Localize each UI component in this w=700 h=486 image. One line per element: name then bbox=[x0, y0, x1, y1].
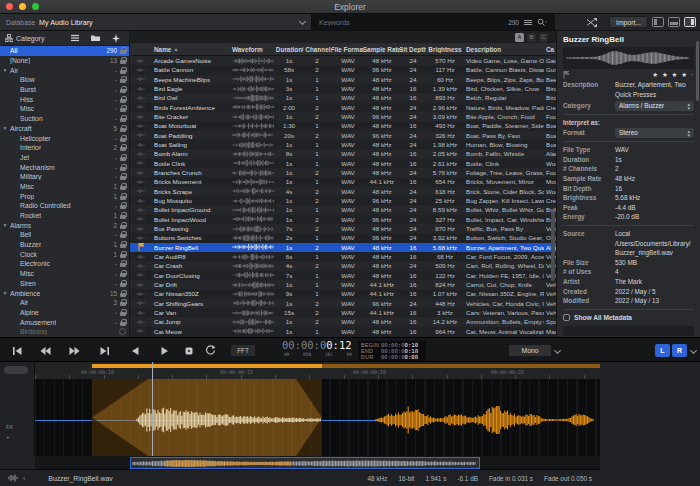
chevron-down-icon[interactable] bbox=[688, 344, 699, 357]
column-header-waveform[interactable]: Waveform bbox=[230, 46, 276, 53]
sidebar-item-helicopter[interactable]: Helicopter- bbox=[0, 133, 129, 143]
table-row[interactable]: Car Drift1s1WAV44.1 kHz16824 HzCarrot, C… bbox=[130, 280, 556, 289]
table-row[interactable]: Bricks Movement1s1WAV44.1 kHz16654 HzBri… bbox=[130, 177, 556, 186]
tab-a[interactable]: A bbox=[515, 33, 524, 42]
sidebar-item-misc[interactable]: Misc- bbox=[0, 104, 129, 114]
sidebar-item-suction[interactable]: Suction- bbox=[0, 114, 129, 124]
rewind-button[interactable] bbox=[36, 344, 54, 357]
table-row[interactable]: Cat Meow1s1WAV48 kHz16964 HzCat, Meow, A… bbox=[130, 327, 556, 336]
spark-view-icon[interactable] bbox=[112, 34, 120, 43]
right-channel-button[interactable]: R bbox=[672, 344, 687, 357]
skip-end-button[interactable] bbox=[96, 344, 114, 357]
expand-chevron-icon[interactable]: ▼ bbox=[0, 290, 10, 296]
table-row[interactable]: Bite Cracker1s2WAV96 kHz243.09 kHzBite A… bbox=[130, 112, 556, 121]
table-row[interactable]: Bullet ImpactGround1s1WAV48 kHz248.59 kH… bbox=[130, 205, 556, 214]
sidebar-item-misc[interactable]: Misc- bbox=[0, 269, 129, 279]
description-value[interactable]: Buzzer, Apartement, Two Quick Presses bbox=[615, 80, 694, 99]
table-row[interactable]: Battle Cannon58s2WAV96 kHz24117 HzBattle… bbox=[130, 65, 556, 74]
column-header-name[interactable]: Name▲ bbox=[152, 46, 230, 53]
channel-mode-select[interactable]: Mono bbox=[508, 344, 552, 357]
table-row[interactable]: Bus Passing7s2WAV48 kHz24870 HzTraffic, … bbox=[130, 224, 556, 233]
tab-b[interactable]: B bbox=[527, 33, 536, 42]
sidebar-item-clock[interactable]: Clock1 bbox=[0, 249, 129, 259]
sidebar-item-radio-controlled[interactable]: Radio Controlled- bbox=[0, 201, 129, 211]
sidebar-item-blow[interactable]: Blow- bbox=[0, 75, 129, 85]
table-row[interactable]: Branches Crunch1s2WAV48 kHz245.78 kHzFol… bbox=[130, 168, 556, 177]
sidebar-item-military[interactable]: Military- bbox=[0, 172, 129, 182]
table-row[interactable]: Car AudiR86s1WAV48 kHz1668 HzCar, Ford F… bbox=[130, 252, 556, 261]
sidebar-item-ambience[interactable]: ▼Ambience15 bbox=[0, 288, 129, 298]
table-row[interactable]: Car ShiftingGears1s2WAV96 kHz24448 HzVeh… bbox=[130, 299, 556, 308]
file-wave-icon[interactable] bbox=[8, 474, 18, 482]
timeline-ruler[interactable]: 00:00:00:10 00:00:00:15 00:00:00:20 00:0… bbox=[35, 362, 600, 379]
sidebar-item-amusement[interactable]: Amusement- bbox=[0, 317, 129, 327]
search-icon[interactable] bbox=[537, 18, 547, 27]
table-row[interactable]: Car Nissan350Z9s1WAV44.1 kHz161.07 kHzCa… bbox=[130, 289, 556, 298]
table-row[interactable]: Boat Sailing1s1WAV48 kHz241.98 kHzHuman,… bbox=[130, 140, 556, 149]
table-row[interactable]: Car DoorClosing7s1WAV48 kHz16122 HzCar, … bbox=[130, 271, 556, 280]
column-header-duration[interactable]: Duration bbox=[276, 46, 302, 53]
table-row[interactable]: Bottle Clink1s1WAV48 kHz162.61 kHzBottle… bbox=[130, 159, 556, 168]
table-row[interactable]: Boat Motorboat1:301WAV48 kHz16493 HzBoat… bbox=[130, 121, 556, 130]
expand-chevron-icon[interactable]: ▼ bbox=[0, 67, 10, 73]
tab-c[interactable]: C bbox=[539, 33, 548, 42]
fx-label[interactable]: FX bbox=[6, 424, 13, 430]
sidebar-item-burst[interactable]: Burst- bbox=[0, 85, 129, 95]
table-row[interactable]: Boat Paddling20s2WAV96 kHz24326 HzBoat, … bbox=[130, 131, 556, 140]
table-row[interactable]: Arcade GamesNoise1s2WAV48 kHz24570 HzVid… bbox=[130, 56, 556, 65]
play-reverse-button[interactable] bbox=[126, 344, 144, 357]
left-channel-button[interactable]: L bbox=[655, 344, 670, 357]
sidebar-item-mechanism[interactable]: Mechanism- bbox=[0, 162, 129, 172]
search-input[interactable] bbox=[319, 19, 503, 26]
sidebar-item-jet[interactable]: Jet- bbox=[0, 153, 129, 163]
waveform-canvas[interactable] bbox=[35, 379, 600, 456]
star-rating[interactable]: ★ ★ ★ ★ · bbox=[652, 71, 694, 79]
fft-button[interactable]: FFT bbox=[230, 344, 256, 357]
sidebar-item-bell[interactable]: Bell- bbox=[0, 230, 129, 240]
chevron-down-icon[interactable] bbox=[552, 344, 563, 357]
column-header-channels[interactable]: # Channels bbox=[302, 46, 332, 53]
zoom-control[interactable] bbox=[4, 366, 28, 374]
sidebar-item-air[interactable]: Air3 bbox=[0, 298, 129, 308]
table-row[interactable]: Bird Eagle3s1WAV48 kHz161.39 kHzBird, Ch… bbox=[130, 84, 556, 93]
sidebar-item-siren[interactable]: Siren- bbox=[0, 279, 129, 289]
playhead[interactable] bbox=[152, 362, 153, 456]
expand-chevron-icon[interactable]: ▼ bbox=[0, 125, 10, 131]
sidebar-item-birdsong[interactable]: Birdsong bbox=[0, 327, 129, 337]
column-header-description[interactable]: Description bbox=[464, 46, 544, 53]
table-row[interactable]: Buzzer RingBell1s2WAV48 kHz165.68 kHzBuz… bbox=[130, 243, 556, 252]
search-bar[interactable]: 290 bbox=[312, 14, 554, 30]
list-icon[interactable] bbox=[524, 19, 532, 26]
table-scrollbar[interactable] bbox=[551, 61, 555, 331]
list-view-icon[interactable] bbox=[71, 34, 79, 43]
layout-bottom-icon[interactable] bbox=[668, 17, 680, 27]
collapse-icon[interactable]: ‹ bbox=[23, 475, 25, 482]
column-header-file-format[interactable]: File Format bbox=[332, 46, 364, 53]
skip-start-button[interactable] bbox=[8, 344, 26, 357]
sidebar-item-air[interactable]: ▼Air- bbox=[0, 65, 129, 75]
column-header-bit-depth[interactable]: Bit Depth bbox=[400, 46, 426, 53]
sidebar-item-alpine[interactable]: Alpine- bbox=[0, 308, 129, 318]
flag-icon[interactable] bbox=[563, 71, 570, 79]
table-row[interactable]: Buttons Switches2s1WAV96 kHz243.92 kHzBu… bbox=[130, 233, 556, 242]
table-row[interactable]: Car Crash4s2WAV48 kHz24509 HzCart, Roll,… bbox=[130, 261, 556, 270]
sidebar-item-prop[interactable]: Prop1 bbox=[0, 191, 129, 201]
layout-right-icon[interactable] bbox=[684, 17, 696, 27]
details-waveform-thumb[interactable] bbox=[563, 47, 694, 69]
sidebar-item-aircraft[interactable]: ▼Aircraft5 bbox=[0, 124, 129, 134]
table-row[interactable]: Cat Jump1s2WAV48 kHz1614.2 kHzAmmunition… bbox=[130, 317, 556, 326]
sidebar-item-alarms[interactable]: ▼Alarms2 bbox=[0, 220, 129, 230]
folder-view-icon[interactable] bbox=[91, 34, 100, 43]
column-header-ca[interactable]: Ca bbox=[544, 46, 556, 53]
sidebar-item-all[interactable]: All290 bbox=[0, 46, 129, 56]
sidebar-item-rocket[interactable]: Rocket1 bbox=[0, 211, 129, 221]
expand-chevron-icon[interactable]: ▼ bbox=[0, 222, 10, 228]
sidebar-item-electronic[interactable]: Electronic- bbox=[0, 259, 129, 269]
play-button[interactable] bbox=[156, 344, 174, 357]
column-header-sample-rate[interactable]: Sample Rate bbox=[364, 46, 400, 53]
show-all-metadata-checkbox[interactable] bbox=[563, 314, 570, 321]
details-scrollbar[interactable] bbox=[696, 41, 699, 101]
category-select[interactable]: Alarms / Buzzer ▴▾ bbox=[615, 101, 694, 111]
add-fx-button[interactable]: + bbox=[6, 434, 10, 440]
table-row[interactable]: Bullet ImpactWood1s2WAV96 kHz24327 HzBul… bbox=[130, 215, 556, 224]
